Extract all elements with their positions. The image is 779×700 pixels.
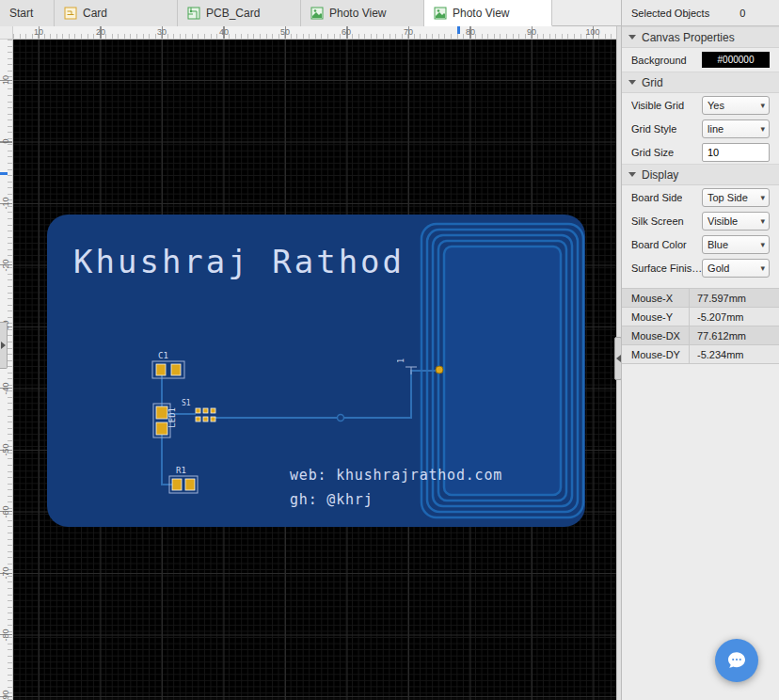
section-canvas-properties-title: Canvas Properties (642, 31, 735, 44)
surface-finish-select[interactable]: Gold ▾ (702, 259, 770, 278)
collapse-icon (628, 35, 636, 40)
left-panel-splitter-handle[interactable] (0, 322, 8, 369)
tab-start-label: Start (9, 7, 33, 20)
surface-finish-value: Gold (707, 262, 729, 274)
chevron-left-icon (616, 355, 621, 362)
selected-objects-label: Selected Objects (631, 8, 709, 19)
board-color-value: Blue (707, 239, 728, 250)
selected-objects-count: 0 (739, 8, 745, 19)
photo-icon (310, 7, 324, 20)
chat-support-button[interactable] (715, 639, 758, 682)
document-tabbar: Start Card PCB_Card Photo View Photo Vie… (0, 0, 621, 26)
board-side-label: Board Side (631, 192, 682, 203)
visible-grid-row: Visible Grid Yes ▾ (622, 93, 779, 117)
chevron-down-icon: ▾ (760, 263, 765, 273)
tab-card-label: Card (83, 7, 107, 20)
table-row: Mouse-Y -5.207mm (622, 308, 779, 326)
coil-feed-via (436, 366, 443, 374)
silk-screen-value: Visible (707, 215, 738, 227)
schematic-icon (64, 7, 77, 20)
h-ruler-label: 10 (34, 27, 43, 37)
v-ruler-label: -90 (1, 690, 10, 700)
section-grid-title: Grid (642, 76, 663, 89)
mouse-x-value: 77.597mm (690, 289, 746, 307)
selected-objects-row: Selected Objects 0 (622, 0, 779, 26)
grid-size-row: Grid Size (622, 140, 779, 164)
card-github-text: gh: @khrj (290, 491, 373, 508)
grid-size-input[interactable] (702, 143, 770, 162)
board-side-select[interactable]: Top Side ▾ (702, 188, 770, 207)
silk-screen-select[interactable]: Visible ▾ (702, 212, 770, 231)
refdes-s1: S1 (182, 399, 191, 407)
grid-style-label: Grid Style (631, 123, 676, 135)
chevron-down-icon: ▾ (760, 193, 765, 202)
refdes-r1: R1 (176, 466, 186, 475)
v-ruler-label: -60 (1, 505, 10, 517)
pcb-editor-window: Start Card PCB_Card Photo View Photo Vie… (0, 0, 779, 700)
table-row: Mouse-DY -5.234mm (622, 345, 779, 364)
properties-panel: Selected Objects 0 Canvas Properties Bac… (621, 0, 779, 700)
refdes-tp1: 1 (397, 358, 405, 363)
h-ruler-label: 40 (219, 27, 229, 37)
board-side-value: Top Side (707, 192, 748, 203)
v-ruler-label: -10 (1, 197, 10, 209)
board-side-row: Board Side Top Side ▾ (622, 185, 779, 209)
v-ruler-label: 0 (1, 138, 10, 143)
section-canvas-properties[interactable]: Canvas Properties (622, 26, 779, 48)
section-grid[interactable]: Grid (622, 72, 779, 93)
background-color-swatch[interactable]: #000000 (702, 52, 770, 68)
mouse-y-label: Mouse-Y (622, 308, 690, 326)
cursor-position-marker-x (457, 26, 460, 34)
chat-bubble-icon (725, 649, 748, 672)
refdes-c1: C1 (158, 351, 168, 360)
card-website-text: web: khushrajrathod.com (290, 467, 502, 484)
section-display[interactable]: Display (622, 164, 779, 185)
v-ruler-label: -40 (1, 382, 10, 394)
horizontal-ruler: 10 20 30 40 50 60 70 80 90 100 (13, 26, 616, 40)
table-row: Mouse-DX 77.612mm (622, 326, 779, 345)
tab-start[interactable]: Start (0, 0, 55, 26)
tab-photo-view-2-label: Photo View (453, 7, 510, 20)
board-color-row: Board Color Blue ▾ (622, 232, 779, 256)
mouse-coordinates-table: Mouse-X 77.597mm Mouse-Y -5.207mm Mouse-… (622, 288, 779, 364)
background-row: Background #000000 (622, 48, 779, 72)
h-ruler-label: 30 (157, 27, 167, 37)
h-ruler-label: 50 (280, 27, 290, 37)
v-ruler-label: -80 (1, 628, 10, 641)
refdes-led1: LED1 (167, 407, 177, 428)
v-ruler-label: -70 (1, 566, 10, 579)
silk-screen-label: Silk Screen (631, 215, 684, 227)
pcb-canvas[interactable]: Khushraj Rathod web: khushrajrathod.com … (13, 40, 616, 700)
test-point (338, 415, 344, 422)
mouse-dx-label: Mouse-DX (622, 326, 690, 344)
tab-photo-view-1[interactable]: Photo View (301, 0, 424, 26)
pcb-business-card: Khushraj Rathod web: khushrajrathod.com … (47, 215, 585, 527)
tab-photo-view-1-label: Photo View (329, 7, 387, 20)
collapse-icon (628, 172, 636, 177)
mouse-y-value: -5.207mm (690, 308, 744, 326)
background-color-value: #000000 (718, 55, 755, 65)
h-ruler-label: 80 (466, 27, 475, 37)
grid-style-row: Grid Style line ▾ (622, 117, 779, 140)
section-display-title: Display (642, 168, 678, 182)
grid-style-select[interactable]: line ▾ (702, 119, 770, 138)
tab-pcb-card[interactable]: PCB_Card (178, 0, 301, 26)
background-label: Background (631, 55, 687, 66)
visible-grid-select[interactable]: Yes ▾ (702, 96, 770, 115)
tab-card[interactable]: Card (55, 0, 178, 26)
chevron-down-icon: ▾ (760, 101, 765, 110)
table-row: Mouse-X 77.597mm (622, 289, 779, 308)
chevron-down-icon: ▾ (760, 240, 765, 249)
board-color-label: Board Color (631, 239, 687, 250)
visible-grid-value: Yes (707, 100, 724, 111)
silk-screen-row: Silk Screen Visible ▾ (622, 209, 779, 232)
board-color-select[interactable]: Blue ▾ (702, 235, 770, 254)
mouse-dy-value: -5.234mm (690, 345, 744, 363)
cursor-position-marker-y (0, 172, 8, 175)
h-ruler-label: 100 (585, 27, 599, 37)
chevron-right-icon (1, 342, 6, 349)
h-ruler-label: 60 (342, 27, 351, 37)
mouse-x-label: Mouse-X (622, 289, 690, 307)
tab-photo-view-2-active[interactable]: Photo View (424, 0, 552, 26)
h-ruler-label: 20 (96, 27, 105, 37)
